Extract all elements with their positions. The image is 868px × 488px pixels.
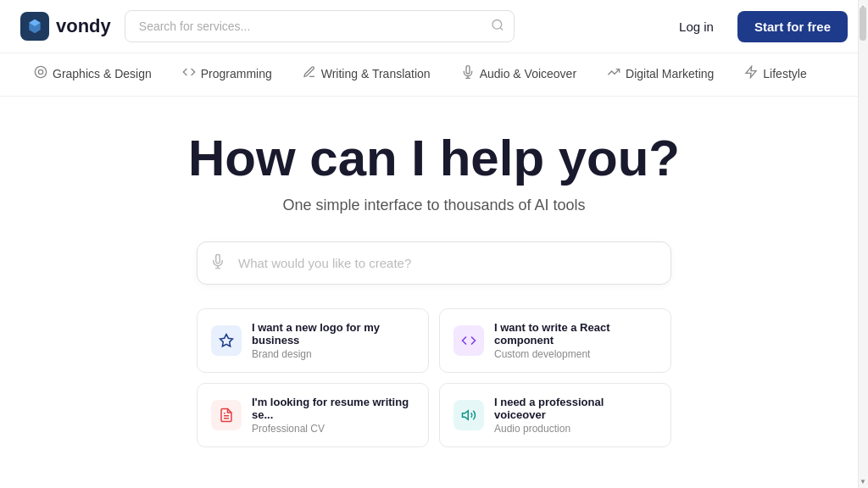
digital-icon	[607, 65, 620, 82]
nav-label-graphics: Graphics & Design	[53, 67, 152, 80]
graphics-icon	[34, 65, 47, 82]
nav-label-audio: Audio & Voiceover	[480, 67, 576, 80]
search-bar	[125, 10, 515, 42]
suggestion-card-voiceover[interactable]: I need a professional voiceover Audio pr…	[439, 383, 671, 447]
suggestion-subtitle-react: Custom development	[494, 348, 657, 360]
nav-item-digital[interactable]: Digital Marketing	[593, 53, 727, 96]
suggestion-icon-logo	[211, 325, 242, 356]
suggestion-title-resume: I'm looking for resume writing se...	[252, 396, 415, 421]
nav-label-programming: Programming	[201, 67, 272, 80]
create-input-wrapper	[197, 241, 671, 285]
mic-icon	[210, 253, 225, 273]
svg-point-1	[35, 66, 46, 77]
nav-item-lifestyle[interactable]: Lifestyle	[731, 53, 820, 96]
hero-subtitle: One simple interface to thousands of AI …	[282, 197, 585, 214]
svg-point-2	[38, 69, 42, 74]
svg-marker-5	[746, 66, 756, 77]
nav-label-writing: Writing & Translation	[321, 67, 431, 80]
suggestion-text-resume: I'm looking for resume writing se... Pro…	[252, 396, 415, 435]
suggestion-card-react[interactable]: I want to write a React component Custom…	[439, 308, 671, 373]
nav-label-lifestyle: Lifestyle	[763, 67, 806, 80]
suggestion-subtitle-logo: Brand design	[252, 348, 415, 360]
suggestions-grid: I want a new logo for my business Brand …	[197, 308, 671, 447]
suggestion-icon-voiceover	[453, 400, 484, 430]
search-input[interactable]	[125, 10, 515, 42]
nav-label-digital: Digital Marketing	[626, 67, 714, 80]
suggestion-title-logo: I want a new logo for my business	[252, 321, 415, 347]
scrollbar: ▲ ▼	[858, 0, 868, 488]
lifestyle-icon	[744, 65, 758, 82]
suggestion-subtitle-voiceover: Audio production	[494, 423, 657, 435]
scrollbar-thumb[interactable]	[860, 7, 866, 41]
search-button[interactable]	[491, 19, 504, 35]
audio-icon	[461, 65, 475, 82]
scroll-arrow-down[interactable]: ▼	[858, 474, 868, 488]
suggestion-icon-react	[453, 325, 484, 356]
suggestion-title-voiceover: I need a professional voiceover	[494, 396, 657, 421]
suggestion-icon-resume	[211, 400, 242, 430]
suggestion-text-voiceover: I need a professional voiceover Audio pr…	[494, 396, 657, 435]
suggestion-title-react: I want to write a React component	[494, 321, 657, 347]
logo-icon	[20, 12, 49, 41]
login-button[interactable]: Log in	[669, 13, 724, 41]
suggestion-card-logo[interactable]: I want a new logo for my business Brand …	[197, 308, 429, 373]
suggestion-card-resume[interactable]: I'm looking for resume writing se... Pro…	[197, 383, 429, 447]
svg-point-0	[492, 20, 502, 30]
logo[interactable]: vondy	[20, 12, 111, 41]
header-actions: Log in Start for free	[669, 11, 848, 42]
header: vondy Log in Start for free	[0, 0, 868, 53]
logo-text: vondy	[56, 15, 111, 37]
writing-icon	[303, 65, 316, 82]
nav-item-programming[interactable]: Programming	[169, 53, 286, 96]
main-content: How can I help you? One simple interface…	[0, 97, 868, 464]
suggestion-subtitle-resume: Professional CV	[252, 423, 415, 435]
create-input[interactable]	[197, 241, 671, 285]
start-button[interactable]: Start for free	[737, 11, 848, 42]
hero-title: How can I help you?	[188, 130, 680, 186]
nav-item-writing[interactable]: Writing & Translation	[289, 53, 444, 96]
nav-item-audio[interactable]: Audio & Voiceover	[448, 53, 590, 96]
programming-icon	[182, 65, 196, 82]
nav: Graphics & Design Programming Writing & …	[0, 53, 868, 97]
svg-marker-8	[220, 335, 233, 347]
svg-marker-11	[463, 411, 469, 420]
suggestion-text-react: I want to write a React component Custom…	[494, 321, 657, 360]
nav-item-graphics[interactable]: Graphics & Design	[20, 53, 165, 96]
suggestion-text-logo: I want a new logo for my business Brand …	[252, 321, 415, 360]
